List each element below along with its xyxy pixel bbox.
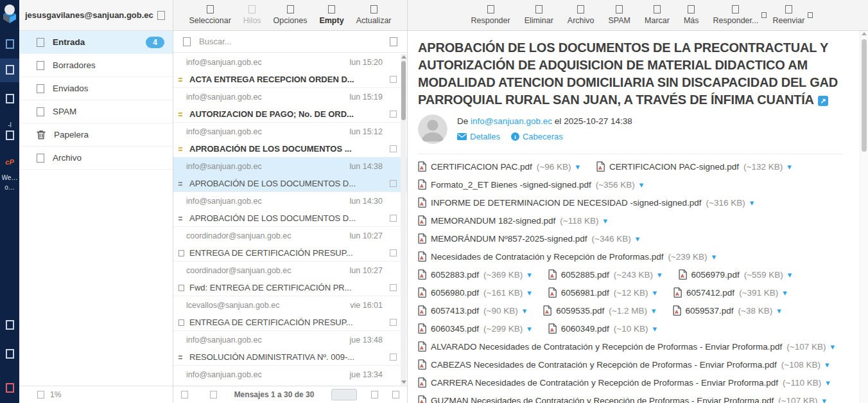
download-caret-icon[interactable]: ▾ [636,235,640,243]
rail-icon-3[interactable] [0,94,19,103]
footer-icon-1[interactable] [181,391,188,399]
rail-icon-logout[interactable] [0,383,19,393]
attachment[interactable]: A CABEZAS Necesidades de Contratación y … [418,359,829,370]
attachment-name[interactable]: 6060345.pdf [431,324,479,334]
message-row[interactable]: lcevallos@sanjuan.gob.ec vie 16:01 ENTRE… [173,296,407,331]
attachment[interactable]: A MEMORÁNDUM Nº857-2025-signed.pdf (~346… [418,233,639,244]
account-options-icon[interactable] [157,11,165,20]
message-checkbox[interactable] [390,180,397,187]
attachment[interactable]: A 6052883.pdf (~369 KB) ▾ [418,269,532,280]
attachment[interactable]: A CERTIFICACION PAC-signed.pdf (~132 KB)… [596,161,792,172]
attachment-name[interactable]: 6056980.pdf [431,288,479,298]
toolbar-button-actualizar[interactable]: Actualizar [356,5,392,30]
download-caret-icon[interactable]: ▾ [639,181,644,189]
rail-icon-2-active[interactable] [0,65,19,75]
footer-icon-4[interactable] [392,391,399,399]
attachment[interactable]: A 6057412.pdf (~391 KB) ▾ [673,287,787,298]
download-caret-icon[interactable]: ▾ [830,343,835,351]
toolbar-button-spam[interactable]: SPAM [609,5,631,30]
message-row[interactable]: info@sanjuan.gob.ec jue 13:34 [173,366,407,386]
attachment[interactable]: A MEMORANDUM 182-signed.pdf (~118 KB) ▾ [418,215,607,226]
message-row[interactable]: info@sanjuan.gob.ec lun 14:38 APROBACIÓN… [173,157,407,192]
message-checkbox[interactable] [390,76,397,83]
footer-icon-3[interactable] [371,391,378,399]
details-button[interactable]: Detalles [457,132,500,141]
attachment-name[interactable]: CERTIFICACION PAC.pdf [431,162,532,172]
download-caret-icon[interactable]: ▾ [653,289,657,297]
folder-item-spam[interactable]: SPAM [19,100,173,123]
attachment[interactable]: A 6052885.pdf (~243 KB) ▾ [548,269,662,280]
rail-icon-1[interactable] [0,39,19,49]
attachment[interactable]: A 6057413.pdf (~90 KB) ▾ [418,305,526,316]
attachment[interactable]: A 6060349.pdf (~10 KB) ▾ [548,323,657,334]
download-caret-icon[interactable]: ▾ [527,325,532,333]
cpanel-logo[interactable]: cP [0,158,19,166]
rail-icon-4[interactable] [0,130,19,140]
scrollbar-thumb[interactable] [401,61,406,120]
toolbar-button-opciones[interactable]: Opciones [273,5,308,30]
attachment-name[interactable]: 6059537.pdf [686,306,734,316]
attachment-name[interactable]: 6052883.pdf [431,270,479,280]
message-checkbox[interactable] [390,215,397,222]
download-caret-icon[interactable]: ▾ [653,325,657,333]
download-caret-icon[interactable]: ▾ [527,289,532,297]
dropdown-caret-icon[interactable] [808,12,813,18]
attachment-name[interactable]: 6060349.pdf [561,324,609,334]
search-input[interactable]: Buscar... [199,37,232,46]
folder-item-entrada[interactable]: Entrada 4 [19,31,173,54]
attachment[interactable]: A ALVARADO Necesidades de Contratación y… [418,341,835,352]
toolbar-button-archivo[interactable]: Archivo [568,5,595,30]
download-caret-icon[interactable]: ▾ [527,271,532,279]
attachment[interactable]: A 6060345.pdf (~299 KB) ▾ [418,323,532,334]
attachment[interactable]: A 6059535.pdf (~1.2 MB) ▾ [543,305,655,316]
attachment-name[interactable]: ALVARADO Necesidades de Contratación y R… [431,342,782,352]
attachment-name[interactable]: CARRERA Necesidades de Contratación y Re… [431,378,778,388]
page-jump-box[interactable] [331,389,357,400]
download-caret-icon[interactable]: ▾ [712,253,716,261]
attachment-name[interactable]: 6057413.pdf [431,306,479,316]
toolbar-button-reenviar[interactable]: Reenviar [772,5,804,30]
mail-scrollbar[interactable] [860,31,868,403]
attachment[interactable]: A 6056980.pdf (~161 KB) ▾ [418,287,532,298]
toolbar-button-marcar[interactable]: Marcar [645,5,670,30]
search-row[interactable]: Buscar... [173,31,407,53]
search-options-icon[interactable] [390,37,397,46]
message-row[interactable]: info@sanjuan.gob.ec lun 14:30 APROBACIÓN… [173,192,407,227]
download-caret-icon[interactable]: ▾ [603,217,608,225]
message-checkbox[interactable] [390,354,397,361]
folder-item-papelera[interactable]: Papelera [19,123,173,147]
attachment-name[interactable]: INFORME DE DETERMINACION DE NECESIDAD -s… [431,198,702,208]
attachment[interactable]: A INFORME DE DETERMINACION DE NECESIDAD … [418,197,754,208]
scroll-down-arrow[interactable] [401,381,406,384]
toolbar-button-ms[interactable]: Más [684,5,699,30]
download-caret-icon[interactable]: ▾ [788,271,792,279]
attachment-name[interactable]: MEMORANDUM 182-signed.pdf [431,216,555,226]
download-caret-icon[interactable]: ▾ [523,307,527,315]
download-caret-icon[interactable]: ▾ [750,199,754,207]
footer-icon-2[interactable] [210,391,217,399]
attachment-name[interactable]: CABEZAS Necesidades de Contratación y Re… [431,360,777,370]
rail-icon-5[interactable] [0,320,19,330]
download-caret-icon[interactable]: ▾ [825,361,829,369]
attachment-name[interactable]: GUZMAN Necesidades de Contratación y Rec… [431,396,774,403]
attachment[interactable]: A GUZMAN Necesidades de Contratación y R… [418,395,826,403]
attachment-name[interactable]: 6057412.pdf [686,288,734,298]
message-checkbox[interactable] [390,319,397,326]
folder-item-borradores[interactable]: Borradores [19,54,173,77]
folder-item-enviados[interactable]: Enviados [19,77,173,100]
attachment-name[interactable]: Formato_2_ET Bienes -signed-signed.pdf [431,180,591,190]
download-caret-icon[interactable]: ▾ [822,397,826,403]
toolbar-button-empty[interactable]: Empty [319,5,343,30]
scroll-up-arrow[interactable] [862,32,867,35]
download-caret-icon[interactable]: ▾ [777,307,781,315]
attachment-name[interactable]: 6052885.pdf [561,270,609,280]
sender-email-link[interactable]: info@sanjuan.gob.ec [471,116,552,126]
attachment[interactable]: A Formato_2_ET Bienes -signed-signed.pdf… [418,179,643,190]
open-in-new-window-icon[interactable]: ↗ [818,96,828,106]
list-scrollbar[interactable] [401,54,406,385]
download-caret-icon[interactable]: ▾ [783,289,787,297]
attachment[interactable]: A 6059537.pdf (~38 KB) ▾ [673,305,781,316]
message-row[interactable]: coordinador@sanjuan.gob.ec lun 10:27 ENT… [173,227,407,262]
attachment-name[interactable]: 6056981.pdf [561,288,609,298]
attachment-name[interactable]: Necesidades de Contratación y Recepción … [431,252,663,262]
